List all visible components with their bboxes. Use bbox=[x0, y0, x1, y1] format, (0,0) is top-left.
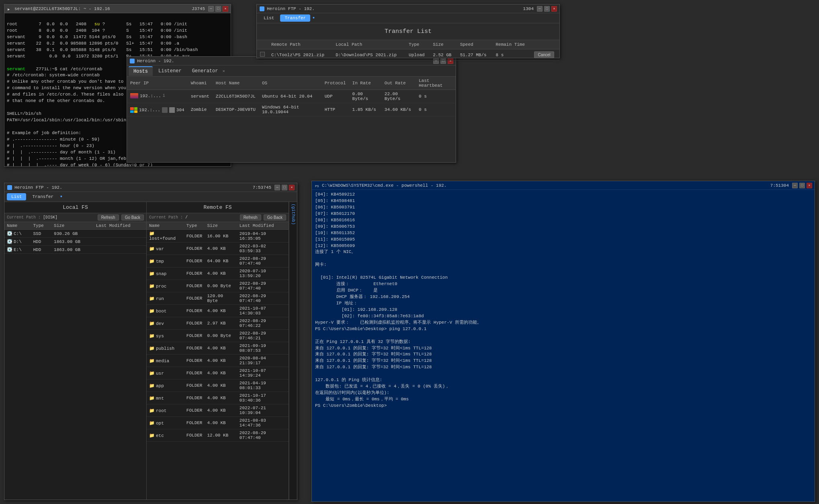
remote-col-size: Size bbox=[205, 222, 237, 230]
remote-file-name: 📁usr bbox=[147, 367, 184, 380]
remote-file-list: Name Type Size Last Modified 📁lost+found… bbox=[147, 222, 289, 500]
remote-file-type: FOLDER bbox=[184, 243, 205, 255]
remote-file-row[interactable]: 📁app FOLDER 4.00 KB 2021-04-19 08:01:33 bbox=[147, 380, 289, 392]
ps-maximize[interactable]: □ bbox=[799, 183, 805, 188]
remote-col-name: Name bbox=[147, 222, 184, 230]
remote-file-row[interactable]: 📁opt FOLDER 4.00 KB 2021-08-03 14:47:36 bbox=[147, 417, 289, 429]
ftp-transfer-id: 1304 bbox=[523, 6, 534, 11]
transfer-speed: 51.27 MB/s bbox=[457, 49, 493, 61]
svg-rect-3 bbox=[260, 6, 264, 11]
ftp-local-icon bbox=[7, 185, 12, 190]
remote-file-modified: 2022-08-29 07:47:40 bbox=[237, 429, 289, 442]
minimize-button[interactable]: ─ bbox=[208, 6, 214, 12]
ftp-local-tab-list[interactable]: List bbox=[7, 193, 26, 200]
ftp-transfer-minimize[interactable]: ─ bbox=[537, 6, 543, 12]
ps-body[interactable]: [04]: KB4589212 [05]: KB4598481 [06]: KB… bbox=[312, 190, 815, 502]
remote-file-row[interactable]: 📁proc FOLDER 0.00 Byte 2022-08-29 07:47:… bbox=[147, 280, 289, 292]
ps-controls: ─ □ ✕ bbox=[792, 183, 812, 188]
local-file-row[interactable]: 💽C:\ SSD 930.26 GB bbox=[4, 230, 146, 238]
remote-file-row[interactable]: 📁tmp FOLDER 64.00 KB 2022-08-29 07:47:40 bbox=[147, 255, 289, 267]
remote-file-name: 📁lost+found bbox=[147, 230, 184, 243]
ftp-transfer-tab-bar: List Transfer • bbox=[257, 13, 559, 23]
remote-file-row[interactable]: 📁dev FOLDER 2.97 KB 2022-08-29 07:46:22 bbox=[147, 317, 289, 330]
local-file-modified bbox=[94, 246, 146, 254]
local-path-val: [DISK] bbox=[43, 215, 95, 220]
remote-file-type: FOLDER bbox=[184, 280, 205, 292]
tab-listener[interactable]: Listener bbox=[154, 67, 186, 75]
remote-file-row[interactable]: 📁etc FOLDER 12.00 KB 2022-08-29 07:47:40 bbox=[147, 429, 289, 442]
col-size: Size bbox=[430, 40, 457, 49]
ftp-transfer-maximize[interactable]: □ bbox=[544, 6, 550, 12]
ftp-local-tab-bar: List Transfer • bbox=[4, 192, 297, 202]
remote-file-name: 📁app bbox=[147, 380, 184, 392]
remote-file-row[interactable]: 📁run FOLDER 120.00 Byte 2022-08-29 07:47… bbox=[147, 292, 289, 305]
remote-file-row[interactable]: 📁media FOLDER 4.00 KB 2020-08-04 21:39:1… bbox=[147, 355, 289, 367]
terminal-id: J3745 bbox=[192, 6, 205, 11]
terminal-controls: ─ □ ✕ bbox=[208, 6, 228, 12]
ftp-transfer-tab-transfer[interactable]: Transfer bbox=[280, 14, 310, 22]
cancel-button[interactable]: Cancel bbox=[534, 51, 554, 58]
terminal-titlebar: ▶ servant@Z22CLL6T3K50D7JL: ~ - 192.16 J… bbox=[4, 4, 231, 13]
remote-refresh-button[interactable]: Refresh bbox=[240, 214, 261, 220]
remote-path-val: / bbox=[185, 215, 238, 220]
ftp-local-tab-transfer[interactable]: Transfer bbox=[28, 193, 58, 200]
ftp-transfer-close[interactable]: ✕ bbox=[551, 6, 557, 12]
ftp-local-controls: ─ □ ✕ bbox=[274, 185, 295, 190]
tab-generator[interactable]: Generator ✕ bbox=[187, 67, 230, 75]
remote-file-size: 4.00 KB bbox=[205, 392, 237, 404]
ps-close[interactable]: ✕ bbox=[807, 183, 812, 188]
close-button[interactable]: ✕ bbox=[223, 6, 228, 12]
generator-tab-close[interactable]: ✕ bbox=[223, 69, 225, 73]
remote-col-type: Type bbox=[184, 222, 205, 230]
ftp-local-minimize[interactable]: ─ bbox=[274, 185, 280, 190]
remote-file-row[interactable]: 📁publish FOLDER 4.00 KB 2021-09-19 08:07… bbox=[147, 342, 289, 355]
remote-file-modified: 2022-08-29 07:47:40 bbox=[237, 255, 289, 267]
remote-file-size: 0.00 Byte bbox=[205, 280, 237, 292]
remote-file-row[interactable]: 📁var FOLDER 4.00 KB 2022-03-02 03:59:33 bbox=[147, 243, 289, 255]
local-file-row[interactable]: 💽D:\ HDD 1863.00 GB bbox=[4, 238, 146, 246]
local-file-row[interactable]: 💽E:\ HDD 1863.00 GB bbox=[4, 246, 146, 254]
remote-file-size: 0.00 Byte bbox=[205, 330, 237, 342]
remote-file-row[interactable]: 📁usr FOLDER 4.00 KB 2021-10-07 14:39:24 bbox=[147, 367, 289, 380]
remote-file-row[interactable]: 📁boot FOLDER 4.00 KB 2021-10-07 14:30:03 bbox=[147, 305, 289, 317]
hosts-window[interactable]: Heroinn - 192. ─ □ ✕ Hosts Listener Gene… bbox=[127, 56, 456, 163]
local-file-type: HDD bbox=[31, 246, 52, 254]
col-remote-path: Remote Path bbox=[268, 40, 332, 49]
remote-file-row[interactable]: 📁mnt FOLDER 4.00 KB 2021-10-17 03:40:36 bbox=[147, 392, 289, 404]
ftp-panels-container: Local FS Current Path : [DISK] Refresh G… bbox=[4, 202, 297, 500]
ftp-transfer-window[interactable]: Heroinn FTP - 192. 1304 ─ □ ✕ List Trans… bbox=[256, 4, 560, 58]
local-file-list: Name Type Size Last Modified 💽C:\ SSD 93… bbox=[4, 222, 146, 500]
remote-file-size: 4.00 KB bbox=[205, 243, 237, 255]
maximize-button[interactable]: □ bbox=[215, 6, 221, 12]
ftp-local-maximize[interactable]: □ bbox=[282, 185, 287, 190]
transfer-table: Remote Path Local Path Type Size Speed R… bbox=[257, 40, 559, 61]
remote-file-size: 4.00 KB bbox=[205, 367, 237, 380]
ps-minimize[interactable]: ─ bbox=[792, 183, 798, 188]
ftp-local-titlebar: Heroinn FTP - 192. 7:53745 ─ □ ✕ bbox=[4, 183, 297, 192]
hosts-table: Peer IP Whoami Host Name OS Protocol In … bbox=[127, 77, 456, 116]
remote-file-row[interactable]: 📁snap FOLDER 4.00 KB 2020-07-10 13:59:20 bbox=[147, 267, 289, 280]
remote-file-row[interactable]: 📁root FOLDER 4.00 KB 2022-07-21 10:39:04 bbox=[147, 404, 289, 417]
remote-file-modified: 2020-07-10 13:59:20 bbox=[237, 267, 289, 280]
remote-file-modified: 2021-10-07 14:39:24 bbox=[237, 367, 289, 380]
ftp-transfer-controls: ─ □ ✕ bbox=[537, 6, 557, 12]
tab-hosts[interactable]: Hosts bbox=[129, 66, 153, 76]
transfer-remote-path: C:\Toolz\PS 2021.zip bbox=[268, 49, 332, 61]
remote-file-type: FOLDER bbox=[184, 255, 205, 267]
host-row-1[interactable]: 192.:... i servant Z2CLL6T3K50D7JL Ubunt… bbox=[127, 90, 456, 103]
remote-go-back-button[interactable]: Go Back bbox=[264, 214, 286, 220]
local-refresh-button[interactable]: Refresh bbox=[98, 214, 119, 220]
powershell-window[interactable]: PS C:\WINDOWS\SYSTEM32\cmd.exe - powersh… bbox=[311, 181, 815, 502]
host-row-2[interactable]: 192.:... 304 Zombie DESKTOP-J0EV0TU Wind… bbox=[127, 103, 456, 116]
local-go-back-button[interactable]: Go Back bbox=[121, 214, 144, 220]
remote-file-row[interactable]: 📁lost+found FOLDER 16.00 KB 2019-04-10 1… bbox=[147, 230, 289, 243]
ftp-local-close[interactable]: ✕ bbox=[289, 185, 295, 190]
remote-file-row[interactable]: 📁sys FOLDER 0.00 Byte 2022-08-29 07:46:2… bbox=[147, 330, 289, 342]
local-file-table: Name Type Size Last Modified 💽C:\ SSD 93… bbox=[4, 222, 146, 254]
remote-file-name: 📁opt bbox=[147, 417, 184, 429]
github-link[interactable]: (github) bbox=[289, 202, 297, 226]
transfer-checkbox[interactable] bbox=[260, 52, 265, 57]
remote-file-size: 120.00 Byte bbox=[205, 292, 237, 305]
ftp-transfer-tab-list[interactable]: List bbox=[259, 14, 278, 22]
ftp-local-window[interactable]: Heroinn FTP - 192. 7:53745 ─ □ ✕ List Tr… bbox=[4, 183, 297, 500]
